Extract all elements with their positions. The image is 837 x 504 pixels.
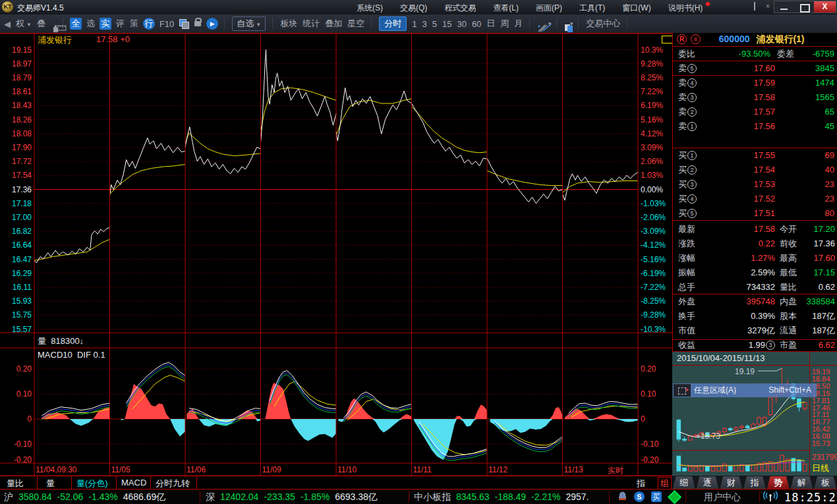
watchlist-dropdown[interactable]: 自选▼ bbox=[232, 16, 266, 31]
back-icon[interactable]: ◀ bbox=[4, 19, 11, 29]
mdi-close-icon[interactable]: × bbox=[763, 3, 772, 11]
index-pct: -1.85% bbox=[301, 491, 330, 502]
buy-icon[interactable]: 买 bbox=[651, 491, 662, 502]
menu-item-7[interactable]: 窗口(W) bbox=[614, 0, 659, 14]
bid-row-3[interactable]: 买317.5323 bbox=[673, 177, 837, 192]
chevron-down-icon: ▼ bbox=[26, 22, 32, 28]
period-button-5[interactable]: 5 bbox=[432, 19, 437, 29]
indicator-tab-量[interactable]: 量 bbox=[46, 478, 55, 490]
indicator-tab-row: 量比量量(分色)MACD分时九转指组 bbox=[0, 476, 672, 490]
restricted-icon[interactable]: R bbox=[677, 34, 687, 44]
indicator-tab-量(分色)[interactable]: 量(分色) bbox=[76, 478, 108, 490]
user-center-button[interactable]: 用户中心 bbox=[704, 491, 741, 503]
index-change: -188.49 bbox=[495, 491, 526, 502]
quick-button-实[interactable]: 实 bbox=[100, 18, 111, 30]
panel-tab-财[interactable]: 财 bbox=[720, 476, 742, 489]
period-button-月[interactable]: 月 bbox=[514, 18, 523, 30]
quick-button-行[interactable]: 行 bbox=[143, 18, 155, 30]
index-value: 12402.04 bbox=[220, 491, 258, 502]
period-button-1[interactable]: 1 bbox=[412, 19, 417, 29]
bid-row-1[interactable]: 买117.5569 bbox=[673, 148, 837, 163]
period-button-30[interactable]: 30 bbox=[457, 19, 466, 29]
app-logo-icon: KT bbox=[2, 1, 13, 13]
level-label: 卖3 bbox=[678, 90, 697, 105]
view-button-1[interactable]: 板块 bbox=[280, 18, 297, 30]
weibi-label: 委比 bbox=[678, 47, 695, 61]
view-button-3[interactable]: 叠加 bbox=[325, 18, 342, 30]
mini-volume-value: 2317996 bbox=[812, 453, 837, 462]
level-number: 3 bbox=[687, 180, 697, 189]
ask-row-4[interactable]: 卖417.591474 bbox=[673, 76, 837, 90]
dollar-icon[interactable]: S bbox=[634, 491, 645, 502]
menu-item-6[interactable]: 工具(T) bbox=[571, 0, 614, 14]
trade-center-button[interactable]: 交易中心 bbox=[586, 18, 620, 30]
index-quote-3: 中小板指8345.63-188.49-2.21%2957. bbox=[414, 491, 589, 503]
index-quote-2: 深12402.04-233.35-1.85%6693.38亿 bbox=[206, 491, 378, 503]
quick-button-评[interactable]: 评 bbox=[116, 18, 125, 30]
mini-axis-label: 17.81 bbox=[812, 397, 830, 405]
menu-item-4[interactable]: 查看(L) bbox=[484, 0, 527, 14]
panel-tab-逐[interactable]: 逐 bbox=[697, 476, 719, 489]
menu-item-5[interactable]: 画面(P) bbox=[527, 0, 571, 14]
layers-icon[interactable] bbox=[179, 19, 188, 28]
detail-label: 换手 bbox=[678, 309, 695, 323]
minimize-button[interactable] bbox=[774, 1, 794, 13]
overlay-button[interactable]: 叠 bbox=[37, 18, 45, 30]
panel-tab-指[interactable]: 指 bbox=[743, 476, 766, 489]
quote-header: R ≡ 600000 浦发银行(1) bbox=[673, 34, 837, 46]
menu-item-1[interactable]: 系统(S) bbox=[348, 0, 391, 14]
period-button-15[interactable]: 15 bbox=[442, 19, 451, 29]
lock-icon[interactable] bbox=[194, 21, 201, 26]
indicator-tab-MACD[interactable]: MACD bbox=[121, 478, 146, 488]
ask-row-3[interactable]: 卖317.581565 bbox=[673, 90, 837, 105]
weibi-value: -93.50% bbox=[705, 47, 770, 61]
trading-app-window: KT 交易师V1.4.5 系统(S)交易(Q)程式交易查看(L)画面(P)工具(… bbox=[0, 0, 837, 504]
period-button-周[interactable]: 周 bbox=[500, 18, 509, 30]
view-button-4[interactable]: 星空 bbox=[347, 18, 364, 30]
period-button-日[interactable]: 日 bbox=[486, 18, 495, 30]
mdi-restore-icon[interactable] bbox=[750, 3, 759, 11]
play-icon[interactable]: ▶ bbox=[206, 18, 218, 30]
panel-tab-解[interactable]: 解 bbox=[791, 476, 813, 489]
view-button-2[interactable]: 统计 bbox=[303, 18, 320, 30]
indicator-tab-zu[interactable]: 组 bbox=[658, 477, 672, 490]
daily-mini-chart[interactable] bbox=[672, 366, 809, 476]
menu-item-8[interactable]: 说明书(H) bbox=[660, 0, 712, 14]
detail-value: 0.39% bbox=[706, 309, 775, 323]
stock-code: 600000 bbox=[719, 34, 750, 44]
index-pct: -2.21% bbox=[531, 491, 560, 502]
quick-button-F10[interactable]: F10 bbox=[159, 19, 174, 29]
adjust-rights-button[interactable]: 权▼ bbox=[16, 18, 32, 30]
quick-button-策[interactable]: 策 bbox=[130, 18, 138, 30]
bid-row-5[interactable]: 买517.5180 bbox=[673, 206, 837, 221]
index-quote-1: 沪3580.84-52.06-1.43%4686.69亿 bbox=[4, 491, 165, 503]
bid-row-2[interactable]: 买217.5440 bbox=[673, 163, 837, 177]
panel-tab-细[interactable]: 细 bbox=[673, 476, 695, 489]
level-price: 17.52 bbox=[712, 192, 775, 206]
ask-row-2[interactable]: 卖217.5765 bbox=[673, 105, 837, 119]
ask-row-1[interactable]: 卖117.5645 bbox=[673, 119, 837, 134]
quick-button-全[interactable]: 全 bbox=[70, 18, 82, 30]
panel-tab-势[interactable]: 势 bbox=[767, 476, 790, 489]
panel-tab-板[interactable]: 板 bbox=[814, 476, 836, 489]
menu-item-2[interactable]: 交易(Q) bbox=[391, 0, 436, 14]
indicator-tab-分时九转[interactable]: 分时九转 bbox=[156, 478, 190, 490]
ask-row-5[interactable]: 卖517.603845 bbox=[673, 61, 837, 76]
period-button-60[interactable]: 60 bbox=[472, 19, 481, 29]
period-button-分时[interactable]: 分时 bbox=[379, 16, 407, 31]
bid-row-4[interactable]: 买417.5223 bbox=[673, 192, 837, 206]
maximize-button[interactable] bbox=[794, 1, 814, 13]
selection-area-icon[interactable] bbox=[674, 384, 691, 397]
level-number: 4 bbox=[687, 194, 697, 204]
intraday-chart[interactable] bbox=[0, 33, 672, 489]
quick-button-选[interactable]: 选 bbox=[86, 18, 95, 30]
indicator-tab-量比[interactable]: 量比 bbox=[7, 478, 24, 490]
period-button-3[interactable]: 3 bbox=[422, 19, 426, 29]
close-button[interactable]: X bbox=[814, 1, 836, 13]
menu-item-3[interactable]: 程式交易 bbox=[436, 0, 484, 14]
menu-circle-icon[interactable]: ≡ bbox=[691, 34, 701, 44]
level-number: 3 bbox=[687, 93, 697, 102]
indicator-tab-zhi[interactable]: 指 bbox=[637, 478, 645, 490]
diamond-icon[interactable] bbox=[668, 491, 681, 504]
level-volume: 3845 bbox=[782, 61, 834, 76]
